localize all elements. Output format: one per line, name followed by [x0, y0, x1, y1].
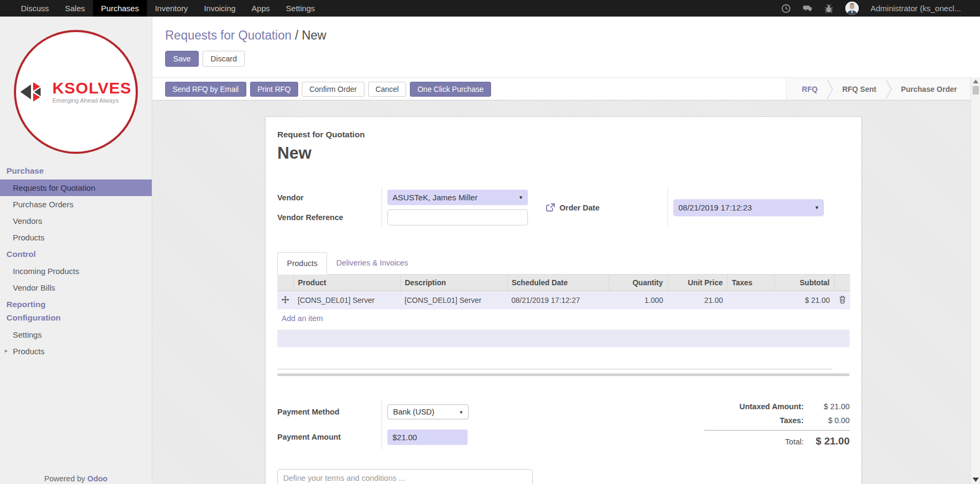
form-subtitle: Request for Quotation	[277, 130, 850, 139]
sidebar-item-incoming-products[interactable]: Incoming Products	[0, 263, 152, 279]
payment-method-select[interactable]: Bank (USD) ▾	[387, 404, 469, 419]
user-menu[interactable]: Administrator (ks_onecl...	[870, 4, 980, 13]
sidebar-item-config-products[interactable]: ▸Products	[0, 343, 152, 360]
statusbar-chevron-icon	[885, 79, 892, 100]
vertical-scrollbar[interactable]	[970, 77, 980, 484]
tab-products[interactable]: Products	[277, 252, 327, 275]
payment-amount-label: Payment Amount	[277, 424, 382, 450]
vendor-reference-label: Vendor Reference	[277, 207, 382, 228]
status-step-rfq-sent[interactable]: RFQ Sent	[833, 85, 885, 93]
col-scheduled-date: Scheduled Date	[507, 275, 609, 291]
user-avatar[interactable]	[845, 2, 859, 15]
total-label: Total:	[785, 438, 804, 446]
breadcrumb-row: Requests for Quotation / New Save Discar…	[152, 17, 980, 77]
section-configuration: Configuration	[0, 313, 152, 326]
col-quantity: Quantity	[609, 275, 667, 291]
untaxed-amount-label: Untaxed Amount:	[740, 402, 804, 411]
order-lines-table: Product Description Scheduled Date Quant…	[277, 275, 850, 309]
menu-discuss[interactable]: Discuss	[13, 0, 57, 17]
record-title: New	[277, 144, 850, 163]
payment-method-label: Payment Method	[277, 400, 382, 424]
external-link-icon[interactable]	[546, 203, 555, 212]
form-canvas: Request for Quotation New Vendor ASUSTeK…	[152, 100, 980, 484]
status-step-rfq[interactable]: RFQ	[793, 85, 827, 93]
totals-block: Untaxed Amount: $ 21.00 Taxes: $ 0.00 To…	[704, 400, 850, 450]
send-rfq-email-button[interactable]: Send RFQ by Email	[165, 82, 246, 97]
breadcrumb-separator: /	[295, 28, 302, 42]
vendor-label: Vendor	[277, 188, 382, 207]
vendor-dropdown[interactable]: ASUSTeK, James Miller ▾	[387, 190, 528, 205]
messages-chat-icon[interactable]	[803, 4, 812, 13]
activities-clock-icon[interactable]	[781, 4, 791, 13]
menu-inventory[interactable]: Inventory	[147, 0, 196, 17]
breadcrumb-parent-link[interactable]: Requests for Quotation	[165, 28, 292, 42]
section-purchase: Purchase	[0, 162, 152, 179]
top-navbar: Discuss Sales Purchases Inventory Invoic…	[0, 0, 980, 17]
section-control: Control	[0, 246, 152, 263]
taxes-value: $ 0.00	[804, 416, 850, 425]
sidebar-item-settings[interactable]: Settings	[0, 326, 152, 343]
ksolves-logo: KSOLVES Emerging Ahead Always	[14, 30, 138, 154]
odoo-link[interactable]: Odoo	[87, 474, 107, 483]
separator-line	[277, 369, 833, 370]
one-click-purchase-button[interactable]: One Click Purchase	[410, 82, 491, 97]
col-description: Description	[400, 275, 507, 291]
sidebar-nav: Purchase Requests for Quotation Purchase…	[0, 162, 152, 360]
terms-and-conditions-textarea[interactable]	[277, 469, 533, 484]
powered-by: Powered by Odoo	[0, 474, 152, 483]
vendor-reference-input[interactable]	[387, 209, 528, 225]
sidebar-item-vendor-bills[interactable]: Vendor Bills	[0, 279, 152, 296]
print-rfq-button[interactable]: Print RFQ	[250, 82, 298, 97]
add-an-item-link[interactable]: Add an item	[277, 309, 327, 323]
payment-amount-input[interactable]	[387, 430, 468, 445]
menu-sales[interactable]: Sales	[57, 0, 94, 17]
menu-settings[interactable]: Settings	[278, 0, 323, 17]
chevron-down-icon: ▾	[460, 409, 462, 415]
col-product: Product	[293, 275, 400, 291]
cell-product[interactable]: [CONS_DEL01] Server	[293, 291, 400, 310]
menu-purchases[interactable]: Purchases	[93, 0, 147, 17]
menu-invoicing[interactable]: Invoicing	[196, 0, 244, 17]
chevron-down-icon: ▾	[519, 194, 523, 201]
cancel-button[interactable]: Cancel	[368, 82, 407, 97]
delete-column-header	[834, 275, 850, 291]
cell-taxes[interactable]	[727, 291, 774, 310]
debug-bug-icon[interactable]	[824, 4, 834, 13]
scrollbar-thumb[interactable]	[973, 86, 979, 95]
save-button[interactable]: Save	[165, 51, 199, 67]
payment-group: Payment Method Bank (USD) ▾ Payment Amou…	[277, 400, 546, 450]
trash-icon[interactable]	[839, 295, 846, 303]
order-date-label: Order Date	[559, 204, 600, 212]
table-row[interactable]: [CONS_DEL01] Server [CONS_DEL01] Server …	[277, 291, 850, 310]
total-value: $ 21.00	[804, 435, 850, 447]
status-step-purchase-order[interactable]: Purchase Order	[892, 85, 966, 93]
discard-button[interactable]: Discard	[203, 51, 245, 67]
logo-brand-text: KSOLVES	[52, 80, 131, 96]
drag-handle-icon[interactable]	[282, 296, 289, 303]
sidebar-item-purchase-orders[interactable]: Purchase Orders	[0, 196, 152, 213]
cell-description[interactable]: [CONS_DEL01] Server	[400, 291, 507, 310]
order-date-field[interactable]: 08/21/2019 17:12:23 ▾	[673, 199, 824, 216]
untaxed-amount-value: $ 21.00	[804, 402, 850, 411]
ksolves-logo-mark	[20, 79, 49, 105]
sidebar-item-vendors[interactable]: Vendors	[0, 213, 152, 229]
notebook-tabs: Products Deliveries & Invoices	[277, 252, 850, 275]
taxes-label: Taxes:	[780, 416, 804, 425]
cell-subtotal: $ 21.00	[774, 291, 834, 310]
scroll-down-arrow-icon[interactable]	[973, 478, 979, 482]
cell-quantity[interactable]: 1.000	[609, 291, 667, 310]
expand-arrow-icon[interactable]: ▸	[5, 347, 8, 354]
horizontal-scrollbar-track[interactable]	[277, 373, 850, 376]
statusbar-chevron-icon	[827, 79, 833, 100]
tab-deliveries-invoices[interactable]: Deliveries & Invoices	[327, 252, 417, 274]
empty-line-placeholder	[277, 330, 850, 347]
sidebar-item-requests-for-quotation[interactable]: Requests for Quotation	[0, 179, 152, 196]
col-subtotal: Subtotal	[774, 275, 834, 291]
handle-column-header	[277, 275, 293, 291]
menu-apps[interactable]: Apps	[244, 0, 278, 17]
sidebar-item-products[interactable]: Products	[0, 229, 152, 246]
cell-scheduled-date[interactable]: 08/21/2019 17:12:27	[507, 291, 609, 310]
cell-unit-price[interactable]: 21.00	[667, 291, 727, 310]
scroll-up-arrow-icon[interactable]	[973, 80, 978, 83]
confirm-order-button[interactable]: Confirm Order	[302, 82, 364, 97]
